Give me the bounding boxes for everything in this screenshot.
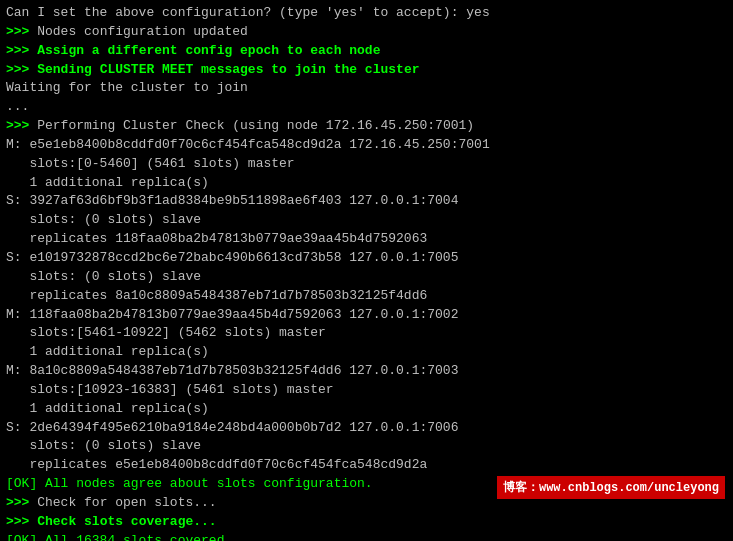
line-18: slots:[5461-10922] (5462 slots) master xyxy=(6,324,727,343)
watermark-text: 博客：www.cnblogs.com/uncleyong xyxy=(503,481,719,495)
line-5: Waiting for the cluster to join xyxy=(6,79,727,98)
text: ... xyxy=(6,99,29,114)
text: Check slots coverage... xyxy=(37,514,216,529)
line-28: >>> Check slots coverage... xyxy=(6,513,727,532)
line-2: >>> Nodes configuration updated xyxy=(6,23,727,42)
text: [OK] All nodes agree about slots configu… xyxy=(6,476,373,491)
text: Sending CLUSTER MEET messages to join th… xyxy=(37,62,419,77)
prompt: >>> xyxy=(6,118,37,133)
prompt: >>> xyxy=(6,495,37,510)
line-9: slots:[0-5460] (5461 slots) master xyxy=(6,155,727,174)
text: M: 8a10c8809a5484387eb71d7b78503b32125f4… xyxy=(6,363,458,378)
line-23: S: 2de64394f495e6210ba9184e248bd4a000b0b… xyxy=(6,419,727,438)
text: M: 118faa08ba2b47813b0779ae39aa45b4d7592… xyxy=(6,307,458,322)
line-8: M: e5e1eb8400b8cddfd0f70c6cf454fca548cd9… xyxy=(6,136,727,155)
line-24: slots: (0 slots) slave xyxy=(6,437,727,456)
text: Nodes configuration updated xyxy=(37,24,248,39)
line-13: replicates 118faa08ba2b47813b0779ae39aa4… xyxy=(6,230,727,249)
text: Check for open slots... xyxy=(37,495,216,510)
watermark: 博客：www.cnblogs.com/uncleyong xyxy=(497,476,725,499)
text: replicates 118faa08ba2b47813b0779ae39aa4… xyxy=(6,231,427,246)
line-16: replicates 8a10c8809a5484387eb71d7b78503… xyxy=(6,287,727,306)
line-7: >>> Performing Cluster Check (using node… xyxy=(6,117,727,136)
line-10: 1 additional replica(s) xyxy=(6,174,727,193)
prompt: >>> xyxy=(6,24,37,39)
text: Assign a different config epoch to each … xyxy=(37,43,380,58)
text: 1 additional replica(s) xyxy=(6,401,209,416)
line-14: S: e1019732878ccd2bc6e72babc490b6613cd73… xyxy=(6,249,727,268)
line-22: 1 additional replica(s) xyxy=(6,400,727,419)
text: M: e5e1eb8400b8cddfd0f70c6cf454fca548cd9… xyxy=(6,137,490,152)
line-1: Can I set the above configuration? (type… xyxy=(6,4,727,23)
line-12: slots: (0 slots) slave xyxy=(6,211,727,230)
text: slots:[10923-16383] (5461 slots) master xyxy=(6,382,334,397)
text: [OK] All 16384 slots covered. xyxy=(6,533,232,541)
line-19: 1 additional replica(s) xyxy=(6,343,727,362)
line-17: M: 118faa08ba2b47813b0779ae39aa45b4d7592… xyxy=(6,306,727,325)
text: slots: (0 slots) slave xyxy=(6,269,201,284)
line-15: slots: (0 slots) slave xyxy=(6,268,727,287)
prompt: >>> xyxy=(6,62,37,77)
text: Waiting for the cluster to join xyxy=(6,80,248,95)
line-25: replicates e5e1eb8400b8cddfd0f70c6cf454f… xyxy=(6,456,727,475)
text: S: 2de64394f495e6210ba9184e248bd4a000b0b… xyxy=(6,420,458,435)
text: S: e1019732878ccd2bc6e72babc490b6613cd73… xyxy=(6,250,458,265)
line-3: >>> Assign a different config epoch to e… xyxy=(6,42,727,61)
line-21: slots:[10923-16383] (5461 slots) master xyxy=(6,381,727,400)
text: replicates 8a10c8809a5484387eb71d7b78503… xyxy=(6,288,427,303)
prompt: >>> xyxy=(6,514,37,529)
text: Performing Cluster Check (using node 172… xyxy=(37,118,474,133)
text: slots:[0-5460] (5461 slots) master xyxy=(6,156,295,171)
terminal-window: Can I set the above configuration? (type… xyxy=(0,0,733,541)
line-6: ... xyxy=(6,98,727,117)
text: 1 additional replica(s) xyxy=(6,344,209,359)
line-29: [OK] All 16384 slots covered. xyxy=(6,532,727,541)
text: slots:[5461-10922] (5462 slots) master xyxy=(6,325,326,340)
prompt: >>> xyxy=(6,43,37,58)
text: replicates e5e1eb8400b8cddfd0f70c6cf454f… xyxy=(6,457,427,472)
text: slots: (0 slots) slave xyxy=(6,438,201,453)
line-20: M: 8a10c8809a5484387eb71d7b78503b32125f4… xyxy=(6,362,727,381)
text: slots: (0 slots) slave xyxy=(6,212,201,227)
line-11: S: 3927af63d6bf9b3f1ad8384be9b511898ae6f… xyxy=(6,192,727,211)
text: S: 3927af63d6bf9b3f1ad8384be9b511898ae6f… xyxy=(6,193,458,208)
line-4: >>> Sending CLUSTER MEET messages to joi… xyxy=(6,61,727,80)
text: Can I set the above configuration? (type… xyxy=(6,5,490,20)
text: 1 additional replica(s) xyxy=(6,175,209,190)
